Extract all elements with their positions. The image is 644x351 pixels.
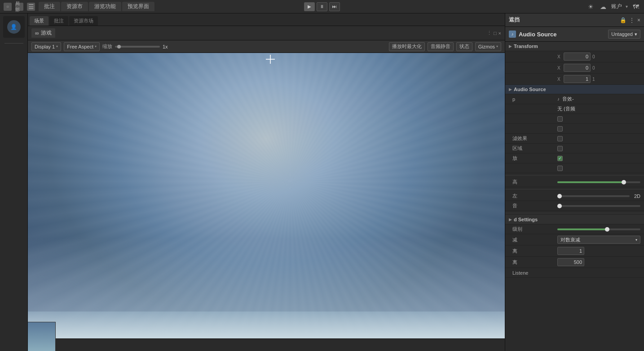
separator1 — [505, 175, 644, 176]
center-area: 场景 批注 资源市场 ∞ 游戏 ⋮ □ × — [28, 13, 505, 351]
checkbox-row1 — [505, 114, 644, 124]
scale-thumb — [117, 45, 121, 48]
inspector-menu-icon[interactable]: ⋮ — [629, 17, 635, 23]
mute-btn[interactable]: 音频静音 — [428, 42, 454, 51]
priority-slider-track[interactable] — [557, 228, 640, 230]
transform-y-input[interactable] — [564, 64, 591, 72]
separator3 — [505, 213, 644, 213]
panel-menu-btn[interactable]: ⋮ — [487, 30, 492, 36]
checkbox2[interactable] — [557, 126, 563, 132]
panel-maximize-btn[interactable]: □ — [494, 31, 497, 36]
pause-button[interactable]: ⏸ — [317, 2, 327, 11]
tab-preview[interactable]: 预览界面 — [122, 2, 154, 11]
extra-checkbox[interactable] — [557, 166, 563, 171]
tab-annotate[interactable]: 批注 — [39, 2, 60, 11]
gizmos-dropdown[interactable]: Gizmos ▾ — [475, 42, 501, 51]
transform-title: Transform — [514, 44, 538, 49]
d-settings-section-header[interactable]: ▶ d Settings — [505, 215, 644, 224]
coord-z: X — [557, 75, 591, 83]
game-icon: ∞ — [35, 30, 39, 36]
play-row: 放 ✓ — [505, 154, 644, 163]
map-icon[interactable]: 🗺 — [631, 2, 640, 11]
menu-icon[interactable]: ☰ — [27, 3, 35, 11]
step-button[interactable]: ⏭ — [329, 2, 340, 11]
blur-effects-row: 滤效果 — [505, 134, 644, 144]
checkbox-row2 — [505, 124, 644, 134]
blur-effects-checkbox[interactable] — [557, 136, 563, 141]
aspect-arrow: ▾ — [95, 44, 97, 48]
right-panel: 遮挡 🔒 ⋮ × ♪ Audio Source Untagged ▾ ▶ Tra… — [505, 13, 644, 351]
checkbox1-value — [557, 116, 640, 122]
audio-source-section-header[interactable]: ▶ Audio Source — [505, 85, 644, 94]
tag-arrow: ▾ — [635, 31, 637, 37]
game-tab[interactable]: 批注 — [49, 16, 68, 26]
pan-slider-track[interactable] — [557, 195, 630, 197]
aspect-dropdown[interactable]: Free Aspect ▾ — [64, 42, 100, 51]
max-dist-row: 离 — [505, 257, 644, 268]
play-button[interactable]: ▶ — [304, 2, 315, 11]
volume-value — [557, 181, 640, 183]
no-audio-text: 无 (音频 — [557, 105, 575, 112]
transform-section-header[interactable]: ▶ Transform — [505, 42, 644, 51]
account-arrow[interactable]: ▾ — [626, 4, 628, 9]
scene-tab[interactable]: 场景 — [30, 16, 49, 26]
min-dist-value — [557, 247, 640, 255]
asset-store-tab[interactable]: 资源市场 — [69, 16, 98, 26]
sun-icon[interactable]: ☀ — [586, 2, 595, 11]
cloud-icon[interactable]: ☁ — [599, 2, 608, 11]
volume-slider-track[interactable] — [557, 181, 640, 183]
panel-close-btn[interactable]: × — [498, 31, 501, 36]
bottom-left-thumbnail — [28, 322, 56, 351]
game-panel-header: ∞ 游戏 ⋮ □ × — [28, 26, 505, 40]
area-checkbox[interactable] — [557, 146, 563, 151]
min-dist-input[interactable] — [557, 247, 584, 255]
scale-value: 1x — [163, 44, 168, 49]
rolloff-label: 减 — [512, 237, 557, 243]
scale-slider[interactable] — [115, 46, 160, 48]
priority-slider-thumb[interactable] — [605, 227, 609, 232]
inspector-lock-icon[interactable]: 🔒 — [620, 17, 626, 23]
blur-effects-label: 滤效果 — [512, 135, 557, 142]
tab-browse[interactable]: 游览功能 — [89, 2, 121, 11]
separator2 — [505, 189, 644, 189]
display-arrow: ▾ — [56, 44, 58, 48]
transform-z-input[interactable] — [564, 75, 591, 83]
listener-label: Listene — [512, 270, 557, 276]
d-settings-title: d Settings — [514, 217, 538, 222]
account-label: 账户 — [611, 3, 622, 10]
pan-label: 左 — [512, 193, 557, 199]
checkbox1[interactable] — [557, 116, 563, 122]
display-dropdown[interactable]: Display 1 ▾ — [31, 42, 61, 51]
inspector-close-icon[interactable]: × — [637, 17, 640, 23]
local-icon[interactable]: 局部 — [15, 3, 23, 11]
reverb-slider-track[interactable] — [557, 205, 640, 207]
left-sidebar: 👤 — [0, 13, 28, 351]
tag-dropdown[interactable]: Untagged ▾ — [608, 30, 640, 39]
play-checkbox[interactable]: ✓ — [557, 156, 563, 161]
pan-slider-thumb[interactable] — [557, 194, 562, 198]
rolloff-value: 对数衰减 ▾ — [557, 236, 640, 244]
game-panel: ∞ 游戏 ⋮ □ × Display 1 ▾ Free Aspect — [28, 26, 505, 351]
inspector-header: 遮挡 🔒 ⋮ × — [505, 13, 644, 27]
stats-btn[interactable]: 状态 — [456, 42, 472, 51]
min-dist-row: 离 — [505, 246, 644, 257]
sky-background — [28, 53, 505, 338]
transform-y-value: X 0 — [557, 64, 640, 72]
no-audio-value: 无 (音频 — [557, 105, 640, 112]
reverb-row: 音 — [505, 201, 644, 211]
transform-arrow: ▶ — [509, 44, 512, 48]
maximize-btn[interactable]: 播放时最大化 — [389, 42, 425, 51]
priority-slider-fill — [557, 228, 607, 230]
reverb-slider-thumb[interactable] — [557, 204, 562, 208]
rolloff-dropdown[interactable]: 对数衰减 ▾ — [557, 236, 640, 244]
scale-label: 缩放 — [102, 43, 112, 50]
inspector-content: ♪ Audio Source Untagged ▾ ▶ Transform X — [505, 27, 644, 351]
component-title-row: ♪ Audio Source Untagged ▾ — [505, 27, 644, 42]
transform-x-input[interactable] — [564, 53, 591, 61]
max-dist-input[interactable] — [557, 258, 584, 266]
audioclip-value: ♪ 音效- — [557, 96, 640, 102]
volume-slider-thumb[interactable] — [622, 180, 626, 184]
scene-mini-thumbnail — [28, 322, 55, 351]
volume-row: 高 — [505, 177, 644, 187]
tab-asset[interactable]: 资源市 — [61, 2, 88, 11]
